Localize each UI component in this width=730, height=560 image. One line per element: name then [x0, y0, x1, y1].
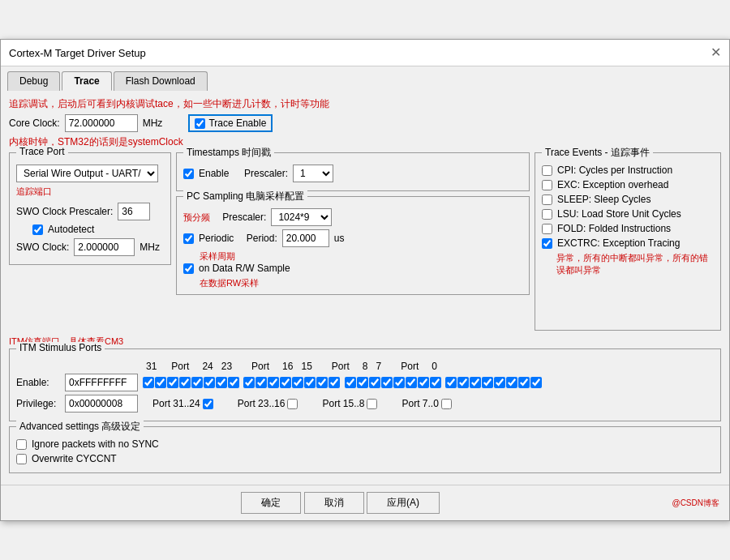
ecb29[interactable] [494, 377, 505, 388]
ts-enable-checkbox[interactable] [183, 169, 194, 179]
enable-input[interactable] [65, 374, 138, 391]
middle-column: Timestamps 时间戳 Enable Prescaler: 1 [176, 152, 530, 336]
ecb28[interactable] [482, 377, 493, 388]
left-column: Trace Port Serial Wire Output - UART/NRZ… [9, 152, 171, 336]
event-sleep-checkbox[interactable] [542, 195, 552, 205]
tab-trace[interactable]: Trace [62, 71, 111, 91]
apply-button[interactable]: 应用(A) [367, 492, 440, 514]
port-23-16-check: Port 23..16 [238, 398, 298, 409]
ecb22[interactable] [406, 377, 417, 388]
privilege-input[interactable] [65, 395, 138, 413]
pc-prescaler-select[interactable]: 1024*9 [271, 208, 332, 226]
ecb21[interactable] [393, 377, 405, 388]
ecb5[interactable] [191, 377, 203, 388]
autodetect-checkbox[interactable] [32, 224, 43, 235]
pc-period-red: 采样周期 [200, 250, 522, 263]
adv-overwrite-row: Overwrite CYCCNT [16, 453, 714, 464]
ecb3[interactable] [167, 377, 178, 388]
ecb17[interactable] [345, 377, 356, 388]
event-fold-label: FOLD: Folded Instructions [557, 223, 671, 234]
port-group-checks: Port 31..24 Port 23..16 Port 15..8 [152, 398, 452, 409]
swo-clock-input[interactable] [74, 238, 135, 256]
ecb1[interactable] [143, 377, 154, 388]
pc-periodic-label: Periodic [199, 233, 234, 244]
ecb7[interactable] [216, 377, 227, 388]
ecb20[interactable] [381, 377, 393, 388]
ecb32[interactable] [530, 377, 542, 388]
ecb10[interactable] [256, 377, 267, 388]
enable-row: Enable: [16, 374, 714, 391]
pc-period-input[interactable] [282, 229, 329, 247]
close-button[interactable]: ✕ [711, 46, 721, 59]
event-cpi-checkbox[interactable] [542, 165, 552, 176]
ts-prescaler-select[interactable]: 1 [293, 165, 333, 182]
ecb6[interactable] [204, 377, 215, 388]
ecb19[interactable] [369, 377, 380, 388]
port-23-16-checkbox[interactable] [287, 399, 298, 409]
port-num-23: 23 [221, 361, 232, 372]
ecb14[interactable] [304, 377, 316, 388]
ecb27[interactable] [470, 377, 481, 388]
ecb26[interactable] [457, 377, 469, 388]
event-lsu-checkbox[interactable] [542, 209, 552, 220]
event-lsu-label: LSU: Load Store Unit Cycles [557, 208, 681, 220]
trace-enable-box: Trace Enable [188, 114, 273, 132]
trace-port-select-row: Serial Wire Output - UART/NRZ [16, 165, 164, 182]
port-7-0-checkbox[interactable] [441, 399, 452, 409]
ecb2[interactable] [155, 377, 166, 388]
ecb16[interactable] [328, 377, 340, 388]
pc-periodic-checkbox[interactable] [183, 233, 194, 244]
trace-enable-checkbox[interactable] [195, 118, 205, 129]
ecb24[interactable] [430, 377, 441, 388]
pc-ondata-red: 在数据RW采样 [200, 277, 522, 289]
ecb23[interactable] [418, 377, 429, 388]
event-fold-checkbox[interactable] [542, 224, 552, 234]
tab-debug[interactable]: Debug [7, 71, 60, 91]
port-num-31: 31 [146, 361, 157, 372]
itm-group-wrapper: ITM仿真端口，具体查看CM3 ITM Stimulus Ports 31 Po… [9, 336, 721, 421]
port-31-24-checkbox[interactable] [203, 399, 213, 409]
pc-ondata-checkbox[interactable] [183, 263, 194, 274]
ok-button[interactable]: 确定 [241, 492, 301, 514]
adv-overwrite-checkbox[interactable] [16, 454, 27, 464]
ecb31[interactable] [518, 377, 530, 388]
right-column: Trace Events - 追踪事件 CPI: Cycles per Inst… [535, 152, 721, 336]
swo-prescaler-input[interactable] [118, 203, 150, 220]
autodetect-row: Autodetect [32, 224, 164, 235]
event-exctrc-checkbox[interactable] [542, 238, 552, 249]
itm-group-title: ITM Stimulus Ports [16, 342, 105, 353]
swo-clock-unit: MHz [140, 242, 160, 253]
ecb12[interactable] [280, 377, 291, 388]
tab-flash-download[interactable]: Flash Download [114, 71, 208, 91]
port-num-24: 24 [202, 361, 213, 372]
main-window: Cortex-M Target Driver Setup ✕ Debug Tra… [0, 39, 730, 521]
watermark: @CSDN博客 [672, 498, 720, 509]
itm-ports-header: 31 Port 24 23 Port 16 15 Port 8 7 Port 0 [16, 361, 714, 372]
ts-enable-label: Enable [199, 168, 229, 179]
itm-red: ITM仿真端口，具体查看CM3 [9, 336, 721, 348]
enable-label: Enable: [16, 377, 65, 388]
ecb11[interactable] [268, 377, 279, 388]
port-31-24-label: Port 31..24 [152, 398, 200, 409]
tab-content-trace: 追踪调试，启动后可看到内核调试tace，如一些中断进几计数，计时等功能 Core… [1, 91, 729, 485]
ecb30[interactable] [506, 377, 517, 388]
ecb25[interactable] [445, 377, 457, 388]
core-clock-input[interactable] [65, 114, 138, 132]
port-7-0-label: Port 7..0 [402, 398, 438, 409]
cancel-button[interactable]: 取消 [304, 492, 364, 514]
adv-ignore-checkbox[interactable] [16, 439, 27, 450]
ecb8[interactable] [228, 377, 239, 388]
trace-port-select[interactable]: Serial Wire Output - UART/NRZ [16, 165, 158, 182]
ecb4[interactable] [179, 377, 191, 388]
ecb15[interactable] [316, 377, 328, 388]
ecb18[interactable] [357, 377, 368, 388]
adv-ignore-row: Ignore packets with no SYNC [16, 438, 714, 450]
ecb9[interactable] [243, 377, 255, 388]
event-exc-checkbox[interactable] [542, 180, 552, 190]
swo-clock-row: SWO Clock: MHz [16, 238, 164, 256]
timestamps-group: Timestamps 时间戳 Enable Prescaler: 1 [176, 152, 530, 191]
ecb13[interactable] [292, 377, 303, 388]
event-exc-label: EXC: Exception overhead [557, 179, 668, 190]
port-15-8-checkbox[interactable] [367, 399, 377, 409]
port-15-8-check: Port 15..8 [322, 398, 377, 409]
